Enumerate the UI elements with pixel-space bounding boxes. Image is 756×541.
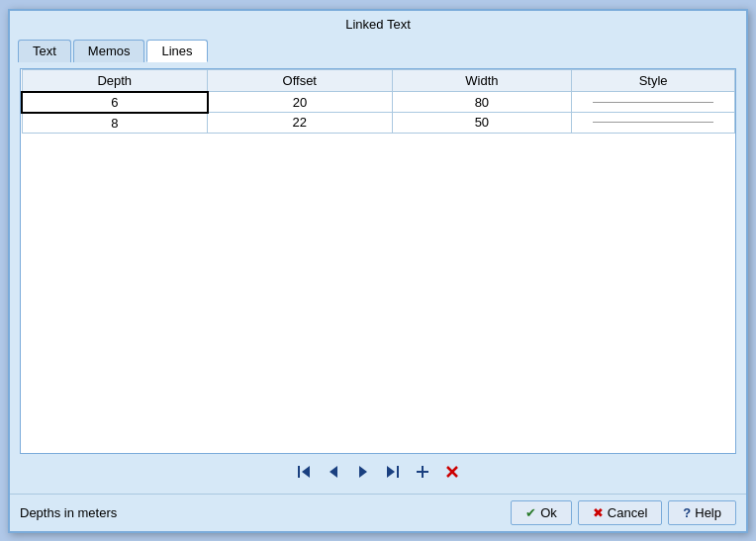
last-button[interactable] bbox=[381, 462, 405, 482]
delete-button[interactable] bbox=[440, 462, 464, 482]
col-offset: Offset bbox=[208, 69, 393, 92]
content-area: Depth Offset Width Style 6 20 80 bbox=[10, 62, 746, 494]
col-depth: Depth bbox=[22, 69, 208, 92]
svg-marker-3 bbox=[359, 466, 367, 478]
help-button[interactable]: ? Help bbox=[668, 500, 736, 525]
tab-memos[interactable]: Memos bbox=[73, 40, 145, 62]
cell-depth-2[interactable]: 8 bbox=[22, 113, 208, 134]
svg-marker-5 bbox=[387, 466, 395, 478]
add-button[interactable] bbox=[411, 462, 434, 482]
lines-table-container: Depth Offset Width Style 6 20 80 bbox=[20, 68, 736, 454]
cancel-icon: ✖ bbox=[593, 505, 604, 520]
ok-label: Ok bbox=[540, 505, 557, 520]
status-text: Depths in meters bbox=[20, 505, 117, 520]
svg-rect-4 bbox=[397, 466, 399, 478]
tab-lines[interactable]: Lines bbox=[146, 40, 207, 62]
svg-marker-1 bbox=[302, 466, 310, 478]
prev-button[interactable] bbox=[322, 462, 345, 482]
title-bar: Linked Text bbox=[10, 11, 746, 36]
dialog-title: Linked Text bbox=[345, 17, 411, 32]
cell-depth-1[interactable]: 6 bbox=[22, 92, 208, 113]
help-label: Help bbox=[695, 505, 721, 520]
col-width: Width bbox=[392, 69, 572, 92]
svg-marker-2 bbox=[330, 466, 337, 478]
bottom-bar: Depths in meters ✔ Ok ✖ Cancel ? Help bbox=[10, 494, 746, 531]
tab-bar: Text Memos Lines bbox=[10, 36, 746, 62]
dialog-window: Linked Text Text Memos Lines Depth Offse… bbox=[8, 9, 748, 533]
cell-width-2: 50 bbox=[392, 113, 572, 134]
svg-rect-7 bbox=[417, 471, 428, 473]
bottom-buttons: ✔ Ok ✖ Cancel ? Help bbox=[511, 500, 736, 525]
cell-offset-1: 20 bbox=[208, 92, 393, 113]
lines-table: Depth Offset Width Style 6 20 80 bbox=[21, 69, 735, 134]
cancel-label: Cancel bbox=[608, 505, 647, 520]
table-row[interactable]: 8 22 50 bbox=[22, 113, 735, 134]
ok-icon: ✔ bbox=[525, 505, 536, 520]
first-button[interactable] bbox=[292, 462, 316, 482]
cell-style-1 bbox=[572, 92, 735, 113]
cell-style-2 bbox=[572, 113, 735, 134]
next-button[interactable] bbox=[351, 462, 375, 482]
ok-button[interactable]: ✔ Ok bbox=[511, 500, 572, 525]
navigation-bar bbox=[20, 454, 736, 488]
col-style: Style bbox=[572, 69, 735, 92]
cell-offset-2: 22 bbox=[208, 113, 393, 134]
tab-text[interactable]: Text bbox=[18, 40, 71, 62]
svg-rect-0 bbox=[298, 466, 300, 478]
cancel-button[interactable]: ✖ Cancel bbox=[578, 500, 662, 525]
help-icon: ? bbox=[683, 505, 691, 520]
cell-width-1: 80 bbox=[392, 92, 572, 113]
table-row[interactable]: 6 20 80 bbox=[22, 92, 735, 113]
